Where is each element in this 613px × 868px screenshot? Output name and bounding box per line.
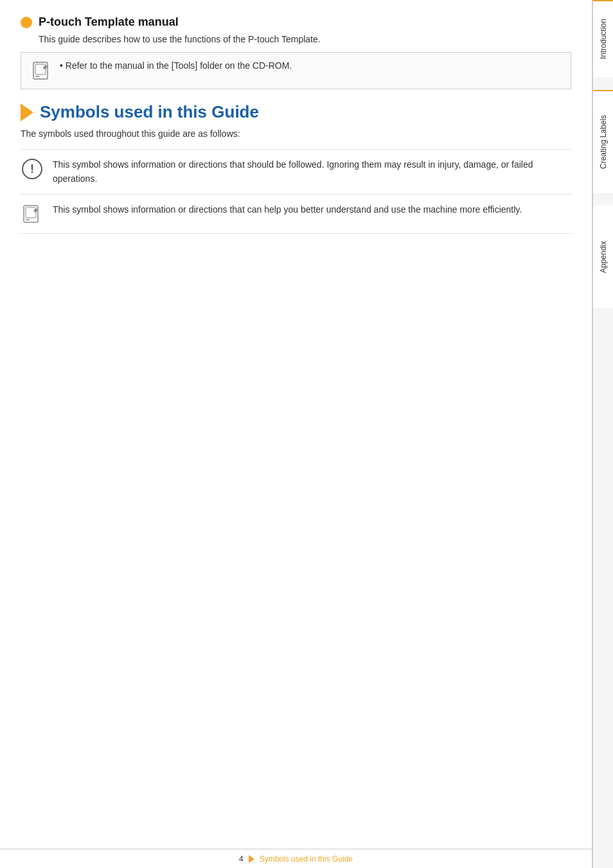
sidebar-tab-creating-labels[interactable]: Creating Labels [593, 90, 613, 193]
sidebar-inner: Introduction Creating Labels Appendix [593, 0, 613, 868]
note-icon-wrap [21, 202, 44, 226]
note-icon [22, 204, 42, 224]
section-symbols: Symbols used in this Guide The symbols u… [21, 102, 571, 234]
sidebar-gap-1 [593, 77, 613, 90]
symbols-heading: Symbols used in this Guide [40, 102, 259, 122]
arrow-orange-icon [21, 103, 33, 121]
right-sidebar: Introduction Creating Labels Appendix [592, 0, 613, 868]
footer-page-number: 4 [239, 855, 244, 864]
sidebar-rest [593, 308, 613, 868]
symbol-note-text: This symbol shows information or directi… [53, 202, 522, 217]
svg-rect-5 [26, 208, 36, 218]
sidebar-tab-introduction-label: Introduction [599, 19, 608, 60]
note-box-icon-wrap [30, 59, 53, 82]
note-pencil-icon [32, 61, 51, 80]
symbol-item-note: This symbol shows information or directi… [21, 194, 571, 234]
sidebar-tab-appendix-label: Appendix [599, 241, 608, 273]
symbols-intro: The symbols used throughout this guide a… [21, 128, 571, 139]
footer-bar: 4 Symbols used in this Guide [0, 849, 592, 868]
warning-circle-icon: ! [22, 159, 42, 179]
sidebar-tab-introduction[interactable]: Introduction [593, 0, 613, 77]
section-ptouch: P-touch Template manual This guide descr… [21, 15, 571, 89]
note-box: • Refer to the manual in the [Tools] fol… [21, 52, 571, 89]
main-content: P-touch Template manual This guide descr… [0, 0, 592, 868]
page-wrapper: P-touch Template manual This guide descr… [0, 0, 613, 868]
ptouch-title: P-touch Template manual [39, 15, 179, 29]
svg-rect-1 [35, 64, 46, 75]
note-box-text: • Refer to the manual in the [Tools] fol… [60, 59, 292, 73]
ptouch-title-row: P-touch Template manual [21, 15, 571, 29]
footer-arrow-icon [249, 855, 254, 863]
sidebar-tab-creating-label: Creating Labels [599, 115, 608, 169]
sidebar-tab-appendix[interactable]: Appendix [593, 206, 613, 308]
warning-icon-wrap: ! [21, 157, 44, 181]
bullet-orange-icon [21, 17, 32, 28]
sidebar-gap-2 [593, 193, 613, 206]
symbol-item-warning: ! This symbol shows information or direc… [21, 149, 571, 194]
symbol-warning-text: This symbol shows information or directi… [53, 157, 571, 186]
footer-breadcrumb: Symbols used in this Guide [260, 855, 353, 864]
symbols-title-row: Symbols used in this Guide [21, 102, 571, 122]
ptouch-description: This guide describes how to use the func… [39, 34, 571, 44]
